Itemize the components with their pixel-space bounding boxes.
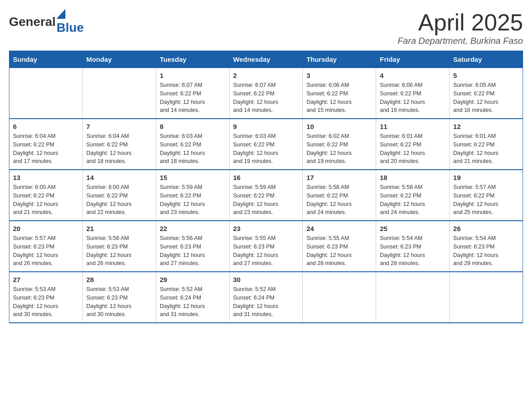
calendar-cell: 15Sunrise: 5:59 AM Sunset: 6:22 PM Dayli…	[156, 170, 229, 221]
title-area: April 2025 Fara Department, Burkina Faso	[398, 9, 523, 46]
day-info: Sunrise: 6:06 AM Sunset: 6:22 PM Dayligh…	[306, 81, 372, 115]
day-info: Sunrise: 5:55 AM Sunset: 6:23 PM Dayligh…	[306, 234, 372, 268]
day-info: Sunrise: 6:04 AM Sunset: 6:22 PM Dayligh…	[13, 132, 79, 166]
day-number: 15	[160, 174, 226, 181]
header-day-wednesday: Wednesday	[229, 51, 303, 68]
logo-general-text: General	[9, 15, 56, 29]
day-number: 5	[453, 72, 519, 79]
logo: General Blue	[9, 9, 84, 35]
day-number: 17	[306, 174, 372, 181]
day-info: Sunrise: 6:05 AM Sunset: 6:22 PM Dayligh…	[453, 81, 519, 115]
day-info: Sunrise: 5:59 AM Sunset: 6:22 PM Dayligh…	[233, 183, 299, 217]
calendar-cell: 29Sunrise: 5:52 AM Sunset: 6:24 PM Dayli…	[156, 272, 229, 323]
day-info: Sunrise: 6:01 AM Sunset: 6:22 PM Dayligh…	[380, 132, 446, 166]
day-info: Sunrise: 6:04 AM Sunset: 6:22 PM Dayligh…	[86, 132, 152, 166]
day-info: Sunrise: 5:53 AM Sunset: 6:23 PM Dayligh…	[13, 285, 79, 319]
calendar-cell: 9Sunrise: 6:03 AM Sunset: 6:22 PM Daylig…	[229, 119, 303, 170]
calendar-week-row: 1Sunrise: 6:07 AM Sunset: 6:22 PM Daylig…	[9, 68, 523, 119]
calendar-cell	[82, 68, 156, 119]
day-number: 9	[233, 123, 299, 130]
header-day-tuesday: Tuesday	[156, 51, 229, 68]
header-day-sunday: Sunday	[9, 51, 83, 68]
main-title: April 2025	[398, 9, 523, 36]
calendar-cell	[450, 272, 523, 323]
day-number: 7	[86, 123, 152, 130]
calendar-cell: 2Sunrise: 6:07 AM Sunset: 6:22 PM Daylig…	[229, 68, 303, 119]
day-info: Sunrise: 5:53 AM Sunset: 6:23 PM Dayligh…	[86, 285, 152, 319]
day-number: 23	[233, 225, 299, 232]
calendar-cell: 5Sunrise: 6:05 AM Sunset: 6:22 PM Daylig…	[450, 68, 523, 119]
day-info: Sunrise: 5:54 AM Sunset: 6:23 PM Dayligh…	[380, 234, 446, 268]
calendar-week-row: 20Sunrise: 5:57 AM Sunset: 6:23 PM Dayli…	[9, 221, 523, 272]
day-number: 25	[380, 225, 446, 232]
calendar-cell: 20Sunrise: 5:57 AM Sunset: 6:23 PM Dayli…	[9, 221, 83, 272]
day-number: 4	[380, 72, 446, 79]
day-info: Sunrise: 6:02 AM Sunset: 6:22 PM Dayligh…	[306, 132, 372, 166]
calendar-cell: 26Sunrise: 5:54 AM Sunset: 6:23 PM Dayli…	[450, 221, 523, 272]
day-info: Sunrise: 5:58 AM Sunset: 6:22 PM Dayligh…	[306, 183, 372, 217]
calendar-cell: 13Sunrise: 6:00 AM Sunset: 6:22 PM Dayli…	[9, 170, 83, 221]
subtitle: Fara Department, Burkina Faso	[398, 36, 523, 46]
calendar-cell: 10Sunrise: 6:02 AM Sunset: 6:22 PM Dayli…	[303, 119, 376, 170]
calendar-cell: 19Sunrise: 5:57 AM Sunset: 6:22 PM Dayli…	[450, 170, 523, 221]
calendar-cell: 30Sunrise: 5:52 AM Sunset: 6:24 PM Dayli…	[229, 272, 303, 323]
calendar-cell	[303, 272, 376, 323]
calendar-cell: 16Sunrise: 5:59 AM Sunset: 6:22 PM Dayli…	[229, 170, 303, 221]
calendar-cell: 22Sunrise: 5:56 AM Sunset: 6:23 PM Dayli…	[156, 221, 229, 272]
calendar-cell: 11Sunrise: 6:01 AM Sunset: 6:22 PM Dayli…	[376, 119, 450, 170]
calendar-cell: 7Sunrise: 6:04 AM Sunset: 6:22 PM Daylig…	[82, 119, 156, 170]
header-day-friday: Friday	[376, 51, 450, 68]
day-number: 14	[86, 174, 152, 181]
day-number: 24	[306, 225, 372, 232]
day-number: 2	[233, 72, 299, 79]
day-number: 19	[453, 174, 519, 181]
calendar-cell: 14Sunrise: 6:00 AM Sunset: 6:22 PM Dayli…	[82, 170, 156, 221]
header-day-thursday: Thursday	[303, 51, 376, 68]
day-info: Sunrise: 5:55 AM Sunset: 6:23 PM Dayligh…	[233, 234, 299, 268]
svg-marker-0	[56, 9, 65, 19]
day-number: 12	[453, 123, 519, 130]
day-info: Sunrise: 5:56 AM Sunset: 6:23 PM Dayligh…	[86, 234, 152, 268]
calendar-cell: 4Sunrise: 6:06 AM Sunset: 6:22 PM Daylig…	[376, 68, 450, 119]
calendar-week-row: 13Sunrise: 6:00 AM Sunset: 6:22 PM Dayli…	[9, 170, 523, 221]
logo-blue-part: Blue	[56, 9, 84, 35]
day-info: Sunrise: 5:59 AM Sunset: 6:22 PM Dayligh…	[160, 183, 226, 217]
day-info: Sunrise: 5:57 AM Sunset: 6:23 PM Dayligh…	[13, 234, 79, 268]
day-number: 10	[306, 123, 372, 130]
day-info: Sunrise: 5:57 AM Sunset: 6:22 PM Dayligh…	[453, 183, 519, 217]
calendar-week-row: 6Sunrise: 6:04 AM Sunset: 6:22 PM Daylig…	[9, 119, 523, 170]
calendar-cell: 24Sunrise: 5:55 AM Sunset: 6:23 PM Dayli…	[303, 221, 376, 272]
calendar-cell: 1Sunrise: 6:07 AM Sunset: 6:22 PM Daylig…	[156, 68, 229, 119]
day-number: 21	[86, 225, 152, 232]
calendar-cell: 6Sunrise: 6:04 AM Sunset: 6:22 PM Daylig…	[9, 119, 83, 170]
day-number: 11	[380, 123, 446, 130]
day-info: Sunrise: 5:52 AM Sunset: 6:24 PM Dayligh…	[160, 285, 226, 319]
day-number: 30	[233, 276, 299, 283]
day-info: Sunrise: 6:06 AM Sunset: 6:22 PM Dayligh…	[380, 81, 446, 115]
day-number: 6	[13, 123, 79, 130]
logo-blue-text: Blue	[56, 21, 84, 35]
day-info: Sunrise: 6:07 AM Sunset: 6:22 PM Dayligh…	[160, 81, 226, 115]
day-info: Sunrise: 5:58 AM Sunset: 6:22 PM Dayligh…	[380, 183, 446, 217]
day-number: 8	[160, 123, 226, 130]
day-info: Sunrise: 6:00 AM Sunset: 6:22 PM Dayligh…	[86, 183, 152, 217]
day-number: 18	[380, 174, 446, 181]
day-info: Sunrise: 5:52 AM Sunset: 6:24 PM Dayligh…	[233, 285, 299, 319]
calendar-cell: 23Sunrise: 5:55 AM Sunset: 6:23 PM Dayli…	[229, 221, 303, 272]
day-number: 26	[453, 225, 519, 232]
day-info: Sunrise: 6:03 AM Sunset: 6:22 PM Dayligh…	[160, 132, 226, 166]
calendar-cell: 18Sunrise: 5:58 AM Sunset: 6:22 PM Dayli…	[376, 170, 450, 221]
day-info: Sunrise: 6:07 AM Sunset: 6:22 PM Dayligh…	[233, 81, 299, 115]
calendar-table: SundayMondayTuesdayWednesdayThursdayFrid…	[9, 51, 523, 323]
calendar-cell: 8Sunrise: 6:03 AM Sunset: 6:22 PM Daylig…	[156, 119, 229, 170]
day-number: 16	[233, 174, 299, 181]
calendar-cell	[376, 272, 450, 323]
calendar-week-row: 27Sunrise: 5:53 AM Sunset: 6:23 PM Dayli…	[9, 272, 523, 323]
calendar-cell: 27Sunrise: 5:53 AM Sunset: 6:23 PM Dayli…	[9, 272, 83, 323]
header-day-monday: Monday	[82, 51, 156, 68]
calendar-cell: 17Sunrise: 5:58 AM Sunset: 6:22 PM Dayli…	[303, 170, 376, 221]
day-info: Sunrise: 5:56 AM Sunset: 6:23 PM Dayligh…	[160, 234, 226, 268]
day-number: 27	[13, 276, 79, 283]
day-info: Sunrise: 6:01 AM Sunset: 6:22 PM Dayligh…	[453, 132, 519, 166]
calendar-cell: 28Sunrise: 5:53 AM Sunset: 6:23 PM Dayli…	[82, 272, 156, 323]
